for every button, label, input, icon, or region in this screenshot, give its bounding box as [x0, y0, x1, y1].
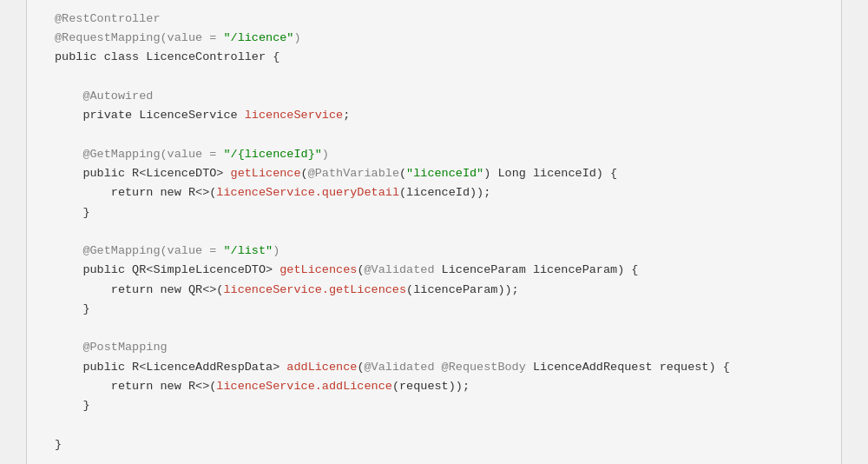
- code-content: @RestController @RequestMapping(value = …: [55, 0, 813, 464]
- line-1: @RestController @RequestMapping(value = …: [55, 12, 730, 451]
- code-editor: @RestController @RequestMapping(value = …: [26, 0, 842, 464]
